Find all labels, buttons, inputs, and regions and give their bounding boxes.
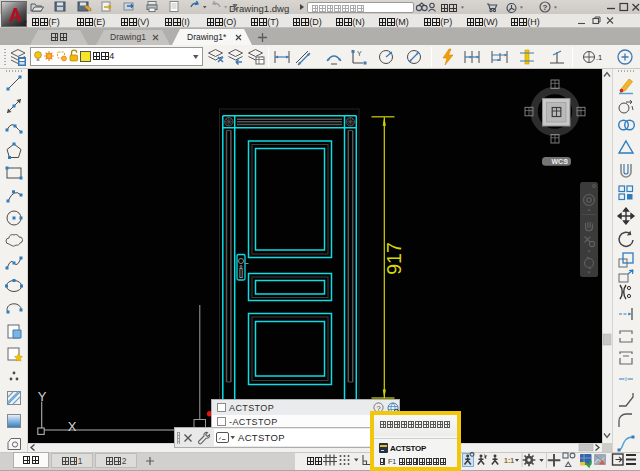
svg-text:Y: Y — [38, 389, 47, 404]
svg-text:.1: .1 — [596, 53, 602, 62]
svg-text:?: ? — [543, 3, 548, 12]
svg-text:1:1: 1:1 — [504, 457, 514, 464]
svg-text:917: 917 — [383, 242, 405, 275]
svg-text:X: X — [68, 419, 77, 434]
svg-text:Y: Y — [357, 50, 362, 57]
svg-text:WCS: WCS — [552, 158, 569, 165]
